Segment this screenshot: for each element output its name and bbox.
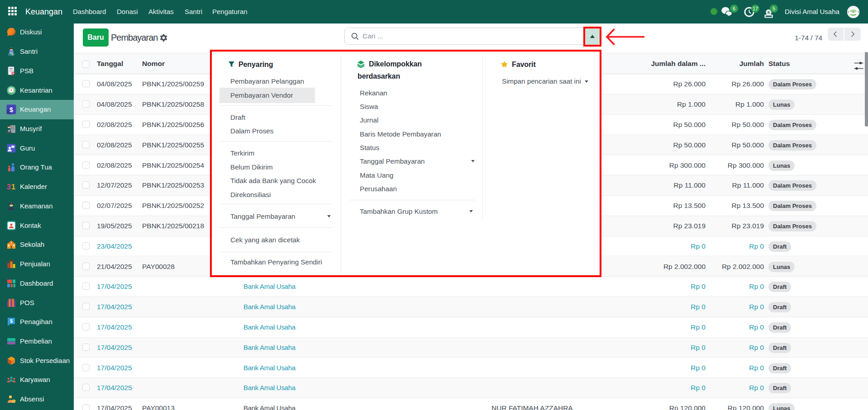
svg-text:$: $ [10,106,13,113]
svg-text:$: $ [10,318,13,324]
svg-text:1: 1 [11,183,15,191]
svg-text:3: 3 [7,183,11,191]
